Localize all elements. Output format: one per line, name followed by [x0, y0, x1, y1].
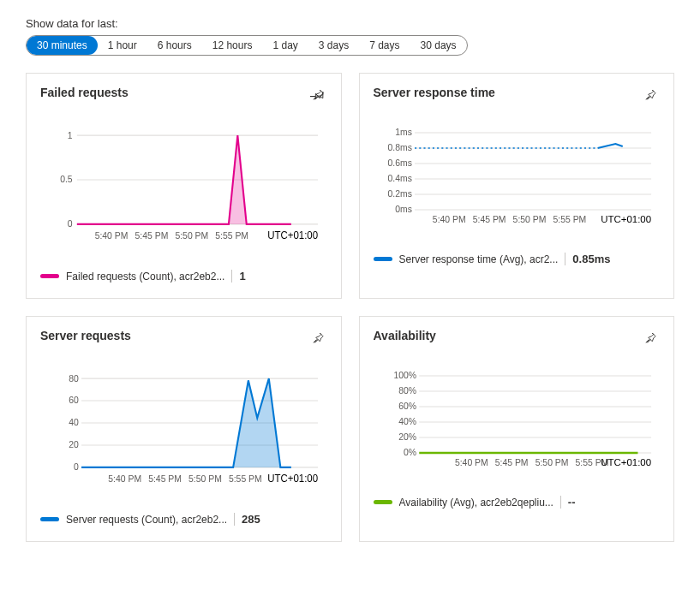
legend-label: Availability (Avg), acr2eb2qepliu...: [399, 497, 553, 509]
svg-text:5:50 PM: 5:50 PM: [188, 473, 222, 485]
time-option-7d[interactable]: 7 days: [359, 36, 410, 55]
time-option-6h[interactable]: 6 hours: [147, 36, 202, 55]
svg-text:0ms: 0ms: [395, 205, 412, 214]
svg-text:1ms: 1ms: [395, 128, 412, 137]
time-option-1d[interactable]: 1 day: [262, 36, 308, 55]
svg-text:60%: 60%: [398, 402, 416, 411]
svg-text:5:45 PM: 5:45 PM: [135, 230, 169, 241]
svg-text:5:40 PM: 5:40 PM: [454, 458, 488, 467]
chart-server-requests: 0 20 40 60 80 5:40 PM 5:45 PM 5:50 PM 5:…: [59, 359, 327, 487]
panel-title: Server requests: [40, 329, 131, 342]
legend-value: 1: [231, 270, 245, 283]
chart-availability: 0% 20% 40% 60% 80% 100% 5:40 PM 5:45 PM …: [392, 359, 661, 470]
time-range-selector: 30 minutes 1 hour 6 hours 12 hours 1 day…: [26, 35, 468, 56]
svg-text:UTC+01:00: UTC+01:00: [601, 457, 651, 467]
svg-text:0%: 0%: [404, 448, 416, 457]
time-option-30m[interactable]: 30 minutes: [27, 36, 98, 55]
svg-text:80: 80: [69, 372, 79, 384]
legend-label: Server requests (Count), acr2eb2...: [66, 514, 227, 526]
legend-value: --: [560, 496, 576, 509]
panel-title: Failed requests: [40, 86, 129, 99]
legend-swatch: [40, 274, 59, 278]
legend-value: 0.85ms: [565, 253, 610, 265]
svg-text:5:45 PM: 5:45 PM: [494, 458, 528, 467]
svg-text:5:45 PM: 5:45 PM: [472, 215, 506, 224]
svg-text:5:55 PM: 5:55 PM: [553, 215, 586, 224]
panel-failed-requests: Failed requests 0 0.5 1 5:40 PM 5:45 PM …: [26, 73, 342, 299]
pin-icon: [643, 330, 658, 346]
chart-server-response-time: 0ms 0.2ms 0.4ms 0.6ms 0.8ms 1ms 5:40 PM …: [392, 116, 661, 227]
legend-label: Failed requests (Count), acr2eb2...: [66, 271, 224, 283]
pin-button[interactable]: [308, 329, 327, 350]
time-option-3d[interactable]: 3 days: [308, 36, 359, 55]
svg-text:5:40 PM: 5:40 PM: [95, 230, 129, 241]
svg-text:0: 0: [74, 461, 79, 473]
legend-swatch: [374, 257, 392, 261]
legend-value: 285: [234, 513, 260, 526]
svg-text:60: 60: [69, 394, 79, 405]
panel-title: Server response time: [374, 86, 495, 99]
svg-text:5:40 PM: 5:40 PM: [432, 215, 465, 224]
svg-text:20%: 20%: [398, 432, 416, 442]
svg-text:1: 1: [68, 129, 73, 140]
legend-label: Server response time (Avg), acr2...: [399, 253, 559, 265]
panel-title: Availability: [374, 329, 436, 342]
legend-swatch: [40, 517, 59, 521]
svg-text:0.2ms: 0.2ms: [387, 189, 411, 199]
panel-availability: Availability 0% 20% 40% 60% 80% 100%: [359, 316, 675, 542]
svg-text:0.6ms: 0.6ms: [387, 158, 411, 168]
pin-icon: [310, 87, 326, 103]
panel-server-response-time: Server response time 0ms 0.2ms 0.4ms 0.6…: [359, 73, 675, 299]
svg-text:UTC+01:00: UTC+01:00: [267, 229, 318, 242]
svg-text:UTC+01:00: UTC+01:00: [267, 473, 318, 485]
time-filter-label: Show data for last:: [26, 17, 674, 30]
svg-text:0.8ms: 0.8ms: [387, 143, 411, 152]
time-option-1h[interactable]: 1 hour: [98, 36, 147, 55]
svg-text:5:50 PM: 5:50 PM: [535, 458, 568, 467]
svg-text:0.4ms: 0.4ms: [387, 174, 411, 183]
pin-button[interactable]: [641, 86, 660, 107]
time-option-12h[interactable]: 12 hours: [202, 36, 263, 55]
legend-swatch: [374, 500, 392, 504]
svg-text:5:50 PM: 5:50 PM: [175, 230, 208, 241]
svg-text:5:45 PM: 5:45 PM: [148, 473, 182, 485]
svg-text:80%: 80%: [398, 386, 416, 396]
svg-text:5:40 PM: 5:40 PM: [108, 473, 141, 485]
svg-text:5:55 PM: 5:55 PM: [215, 230, 248, 241]
svg-text:20: 20: [69, 438, 79, 449]
svg-text:0.5: 0.5: [60, 174, 72, 185]
time-option-30d[interactable]: 30 days: [410, 36, 467, 55]
svg-text:100%: 100%: [393, 371, 416, 380]
svg-text:UTC+01:00: UTC+01:00: [601, 214, 651, 224]
svg-text:0: 0: [68, 218, 73, 229]
svg-text:5:50 PM: 5:50 PM: [512, 215, 546, 224]
pin-icon: [643, 87, 658, 103]
svg-text:40: 40: [69, 417, 79, 428]
pin-icon: [310, 330, 326, 346]
svg-text:5:55 PM: 5:55 PM: [229, 473, 262, 485]
pin-button[interactable]: [641, 329, 660, 350]
panel-server-requests: Server requests 0 20 40 60 80 5:40 PM: [26, 316, 342, 542]
chart-failed-requests: 0 0.5 1 5:40 PM 5:45 PM 5:50 PM 5:55 PM …: [59, 116, 327, 244]
pin-button[interactable]: [308, 86, 327, 107]
svg-text:40%: 40%: [398, 417, 416, 426]
